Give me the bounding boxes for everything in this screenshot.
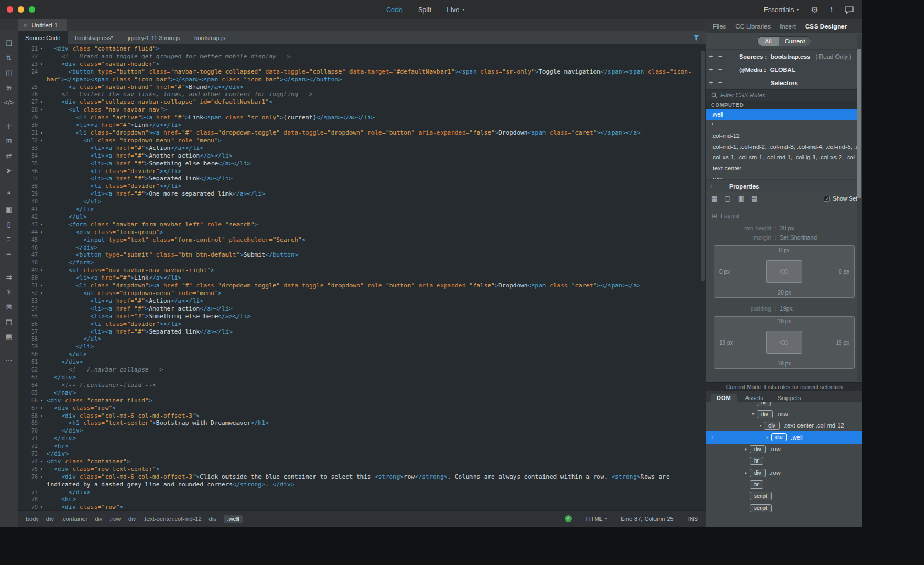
code-line[interactable]: 41 </li> [18, 206, 706, 213]
collapse-arrow-icon[interactable]: ▾ [750, 412, 757, 417]
expand-arrow-icon[interactable]: ▸ [743, 447, 750, 452]
related-file-jquery-1-11-3-min-js[interactable]: jquery-1.11.3.min.js [120, 31, 187, 44]
fold-arrow-icon[interactable]: ▾ [38, 458, 45, 466]
add-source-button[interactable]: + [706, 52, 716, 60]
dom-node[interactable]: +▸div.well [706, 431, 862, 443]
code-line[interactable]: 59 </li> [18, 343, 706, 351]
code-line[interactable]: 48 </form> [18, 259, 706, 267]
panel-tab-cc-libraries[interactable]: CC Libraries [735, 23, 771, 30]
dom-node[interactable]: hr [706, 455, 862, 467]
remove-source-button[interactable]: − [716, 52, 725, 60]
fold-arrow-icon[interactable]: ▾ [38, 221, 45, 229]
related-file-source-code[interactable]: Source Code [18, 31, 68, 44]
tag-selector-item[interactable]: div [128, 516, 136, 522]
fold-arrow-icon[interactable]: ▾ [38, 412, 45, 420]
dom-node[interactable]: hr [706, 402, 862, 408]
code-line[interactable]: 68▾ <div class="col-md-6 col-md-offset-3… [18, 412, 706, 420]
css-selector-item[interactable]: .well [706, 109, 862, 120]
css-selector-item[interactable]: .col-md-12 [706, 131, 862, 142]
code-line[interactable]: 38 <li class="divider"></li> [18, 182, 706, 190]
code-scrollbar-thumb[interactable] [701, 51, 705, 281]
fold-arrow-icon[interactable]: ▾ [38, 397, 45, 405]
panel-scrollbar-thumb[interactable] [857, 49, 861, 198]
special-characters-icon[interactable]: ✳ [0, 285, 18, 300]
new-document-icon[interactable]: ❏ [0, 36, 18, 51]
preview-in-browser-icon[interactable]: ⊕ [0, 80, 18, 95]
close-window-button[interactable] [7, 6, 13, 13]
fold-arrow-icon[interactable]: ▾ [38, 405, 45, 412]
dom-panel-tab-assets[interactable]: Assets [739, 394, 769, 402]
code-line[interactable]: 55 <li><a href="#">Something else here</… [18, 313, 706, 320]
code-line[interactable]: 46 </div> [18, 244, 706, 252]
workspace-switcher[interactable]: Essentials ▾ [764, 6, 799, 14]
code-line[interactable]: 37 <li><a href="#">Separated link</a></l… [18, 175, 706, 182]
panel-tab-insert[interactable]: Insert [780, 23, 796, 30]
fold-arrow-icon[interactable]: ▾ [38, 503, 45, 510]
dom-node[interactable]: script [706, 502, 862, 514]
dom-node[interactable]: hr [706, 479, 862, 490]
code-line[interactable]: 78 <hr> [18, 496, 706, 503]
sort-files-icon[interactable]: ⇅ [0, 51, 18, 65]
more-tools-icon[interactable]: ⋯ [0, 353, 18, 368]
code-line[interactable]: 25 <a class="navbar-brand" href="#">Bran… [18, 84, 706, 91]
dom-node[interactable]: ▾div.text-center .col-md-12 [706, 420, 862, 431]
media-value[interactable]: GLOBAL [770, 67, 795, 73]
code-line[interactable]: 74▾<div class="container"> [18, 458, 706, 466]
code-editor[interactable]: 21▾ <div class="container-fluid">22 <!--… [18, 44, 706, 510]
code-line[interactable]: 75▾ <div class="row text-center"> [18, 466, 706, 473]
code-line[interactable]: 36 <li class="divider"></li> [18, 168, 706, 175]
minimize-window-button[interactable] [18, 6, 24, 13]
tag-selector-item[interactable]: div [95, 516, 102, 522]
unordered-list-icon[interactable]: ≡ [0, 231, 18, 246]
code-line[interactable]: 60 </ul> [18, 351, 706, 358]
code-line[interactable]: 21▾ <div class="container-fluid"> [18, 45, 706, 53]
view-mode-live[interactable]: Live▾ [447, 6, 464, 14]
code-line[interactable]: 56 <li class="divider"></li> [18, 320, 706, 328]
code-line[interactable]: 77 </div> [18, 489, 706, 496]
swap-views-icon[interactable]: ⇄ [0, 148, 18, 163]
fold-arrow-icon[interactable]: ▾ [38, 60, 45, 68]
css-selector-item[interactable]: .row [706, 174, 862, 179]
notification-icon[interactable]: ! [831, 6, 833, 14]
tag-selector-item[interactable]: div [209, 516, 217, 522]
all-mode-button[interactable]: All [758, 37, 779, 46]
code-line[interactable]: 31▾ <li class="dropdown"><a href="#" cla… [18, 129, 706, 137]
tag-selector-item[interactable]: .row [109, 516, 121, 522]
code-line[interactable]: 64 <!-- /.container-fluid --> [18, 381, 706, 389]
tag-selector-item[interactable]: div [46, 516, 54, 522]
code-line[interactable]: 27▾ <div class="collapse navbar-collapse… [18, 98, 706, 106]
tag-selector-item[interactable]: .container [61, 516, 87, 522]
code-line[interactable]: 71 </div> [18, 435, 706, 442]
comments-icon[interactable]: ❝ [0, 187, 18, 202]
fold-arrow-icon[interactable]: ▾ [38, 137, 45, 145]
fold-arrow-icon[interactable]: ▾ [38, 282, 45, 290]
fold-arrow-icon[interactable]: ▾ [38, 229, 45, 236]
code-line[interactable]: 52▾ <ul class="dropdown-menu" role="menu… [18, 290, 706, 297]
code-line[interactable]: 23▾ <div class="navbar-header"> [18, 60, 706, 68]
code-line[interactable]: 53 <li><a href="#">Action</a></li> [18, 297, 706, 305]
border-properties-icon[interactable]: ▣ [738, 195, 744, 202]
close-tab-icon[interactable]: × [24, 22, 27, 29]
code-scrollbar[interactable] [701, 45, 705, 509]
fold-arrow-icon[interactable]: ▾ [38, 466, 45, 473]
code-line[interactable]: 22 <!-- Brand and toggle get grouped for… [18, 53, 706, 60]
doc-type-menu[interactable]: HTML ▾ [586, 516, 607, 522]
code-line[interactable]: 30 <li><a href="#">Link</a></li> [18, 121, 706, 129]
add-property-button[interactable]: + [706, 182, 716, 190]
validate-markup-icon[interactable]: ⊠ [0, 300, 18, 314]
tag-selector-item[interactable]: .well [224, 515, 243, 523]
device-preview-icon[interactable]: ▯ [0, 217, 18, 231]
code-line[interactable]: 57 <li><a href="#">Separated link</a></l… [18, 328, 706, 336]
code-line[interactable]: 76▾ <div class="col-md-6 col-md-offset-3… [18, 473, 706, 489]
fold-arrow-icon[interactable]: ▾ [38, 129, 45, 137]
split-view-icon[interactable]: ◫ [0, 65, 18, 80]
fold-arrow-icon[interactable]: ▾ [38, 106, 45, 114]
expand-arrow-icon[interactable]: ▸ [764, 435, 771, 440]
layout-properties-icon[interactable]: ▦ [711, 195, 717, 202]
code-line[interactable]: 34 <li><a href="#">Another action</a></l… [18, 152, 706, 160]
text-properties-icon[interactable]: ▢ [724, 195, 730, 202]
dom-panel-tab-snippets[interactable]: Snippets [772, 394, 807, 402]
code-line[interactable]: 28▾ <ul class="nav navbar-nav"> [18, 106, 706, 114]
add-media-button[interactable]: + [706, 65, 716, 74]
syntax-ok-icon[interactable]: ✓ [565, 515, 572, 522]
